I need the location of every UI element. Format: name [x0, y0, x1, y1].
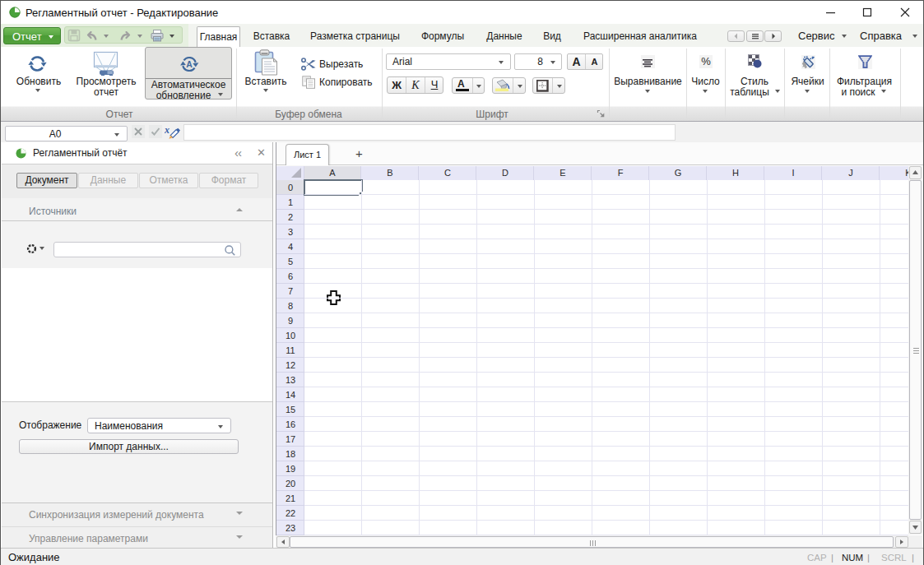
- svg-text:A: A: [186, 59, 193, 69]
- svg-text:x: x: [165, 124, 169, 136]
